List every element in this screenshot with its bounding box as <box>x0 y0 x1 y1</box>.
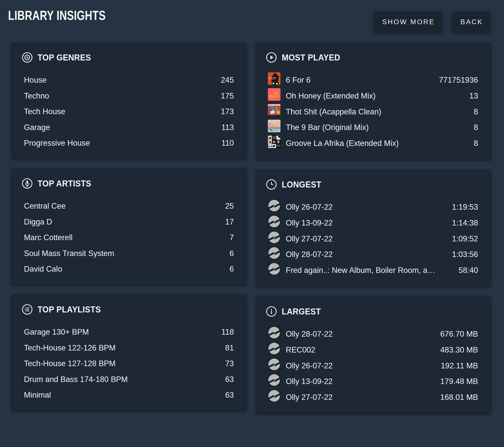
svg-text:WILD WEST: WILD WEST <box>269 77 277 79</box>
svg-text:CLUB: CLUB <box>272 136 276 138</box>
svg-text:CENTRAL CEE: CENTRAL CEE <box>270 79 275 80</box>
svg-text:MEGAN THEE STALLION: MEGAN THEE STALLION <box>269 104 280 106</box>
svg-text:OF 23: OF 23 <box>277 146 280 147</box>
svg-text:Honey: Honey <box>269 94 279 98</box>
svg-text:THOT SHIT: THOT SHIT <box>270 115 275 116</box>
svg-text:MELE: MELE <box>268 145 272 147</box>
svg-text:BAD: BAD <box>273 138 276 139</box>
svg-text:SOUNDS: SOUNDS <box>276 145 280 146</box>
